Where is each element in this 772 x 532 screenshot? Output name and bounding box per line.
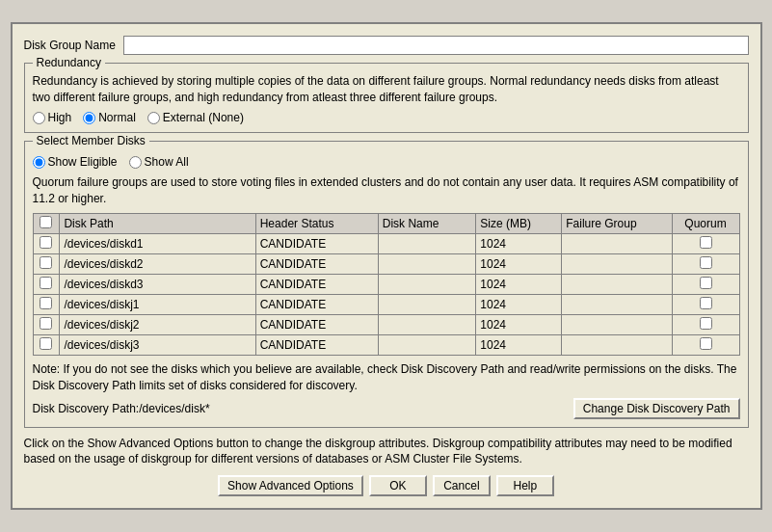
row-checkbox-1[interactable]: [40, 256, 52, 269]
row-path-1: /devices/diskd2: [60, 254, 255, 275]
row-name-5: [378, 335, 476, 356]
show-all-radio[interactable]: [129, 156, 142, 169]
col-header-name: Disk Name: [378, 214, 476, 234]
row-size-2: 1024: [476, 275, 562, 295]
col-header-failure: Failure Group: [562, 214, 672, 234]
show-eligible-radio[interactable]: [33, 156, 45, 169]
show-eligible-label: Show Eligible: [48, 155, 118, 169]
discovery-path-row: Disk Discovery Path:/devices/disk* Chang…: [33, 398, 740, 419]
row-path-2: /devices/diskd3: [60, 275, 255, 295]
row-quorum-2: [672, 275, 739, 295]
dialog-create-disk-group: Disk Group Name Redundancy Redundancy is…: [11, 22, 762, 510]
ok-button[interactable]: OK: [369, 475, 427, 496]
member-disks-section: Select Member Disks Show Eligible Show A…: [24, 141, 749, 427]
row-size-3: 1024: [476, 295, 562, 315]
table-row: /devices/diskj3 CANDIDATE 1024: [33, 335, 739, 356]
row-failure-1: [562, 254, 672, 275]
cancel-button[interactable]: Cancel: [433, 475, 491, 496]
disk-group-name-row: Disk Group Name: [24, 36, 749, 55]
redundancy-section: Redundancy Redundancy is achieved by sto…: [24, 63, 749, 134]
redundancy-external-option[interactable]: External (None): [147, 111, 244, 124]
row-quorum-4: [672, 315, 739, 335]
row-check-cell: [33, 295, 60, 315]
disk-table-body: /devices/diskd1 CANDIDATE 1024 /devices/…: [33, 234, 739, 356]
row-failure-3: [562, 295, 672, 315]
show-all-option[interactable]: Show All: [129, 155, 189, 169]
select-all-checkbox[interactable]: [40, 216, 52, 228]
quorum-description: Quorum failure groups are used to store …: [33, 174, 740, 207]
row-status-3: CANDIDATE: [255, 295, 378, 315]
show-options-group: Show Eligible Show All: [33, 155, 740, 169]
row-quorum-0: [672, 234, 739, 254]
row-check-cell: [33, 254, 60, 275]
row-check-cell: [33, 234, 60, 254]
bottom-note: Click on the Show Advanced Options butto…: [24, 436, 749, 468]
table-row: /devices/diskd1 CANDIDATE 1024: [33, 234, 739, 254]
row-path-3: /devices/diskj1: [60, 295, 255, 315]
row-name-2: [378, 275, 476, 295]
row-size-1: 1024: [476, 254, 562, 275]
col-header-path: Disk Path: [60, 214, 255, 234]
redundancy-high-label: High: [48, 111, 72, 124]
row-quorum-checkbox-4[interactable]: [700, 317, 712, 330]
row-name-3: [378, 295, 476, 315]
redundancy-content: Redundancy is achieved by storing multip…: [33, 73, 740, 125]
row-checkbox-2[interactable]: [40, 277, 52, 289]
redundancy-high-option[interactable]: High: [33, 111, 72, 124]
row-check-cell: [33, 315, 60, 335]
row-quorum-checkbox-1[interactable]: [700, 256, 712, 269]
table-row: /devices/diskd3 CANDIDATE 1024: [33, 275, 739, 295]
dialog-buttons: Show Advanced Options OK Cancel Help: [24, 475, 749, 496]
row-check-cell: [33, 335, 60, 356]
redundancy-high-radio[interactable]: [33, 112, 45, 124]
row-check-cell: [33, 275, 60, 295]
row-status-0: CANDIDATE: [255, 234, 378, 254]
disk-table: Disk Path Header Status Disk Name Size (…: [33, 213, 740, 356]
row-failure-4: [562, 315, 672, 335]
row-quorum-checkbox-5[interactable]: [700, 337, 712, 350]
table-row: /devices/diskd2 CANDIDATE 1024: [33, 254, 739, 275]
redundancy-external-radio[interactable]: [147, 112, 160, 124]
table-row: /devices/diskj2 CANDIDATE 1024: [33, 315, 739, 335]
row-checkbox-3[interactable]: [40, 297, 52, 309]
show-advanced-button[interactable]: Show Advanced Options: [218, 475, 363, 496]
row-name-0: [378, 234, 476, 254]
row-quorum-checkbox-3[interactable]: [700, 297, 712, 309]
col-header-quorum: Quorum: [672, 214, 739, 234]
col-header-size: Size (MB): [476, 214, 562, 234]
row-name-4: [378, 315, 476, 335]
row-quorum-1: [672, 254, 739, 275]
row-path-5: /devices/diskj3: [60, 335, 255, 356]
show-eligible-option[interactable]: Show Eligible: [33, 155, 118, 169]
change-discovery-button[interactable]: Change Disk Discovery Path: [573, 398, 740, 419]
row-checkbox-5[interactable]: [40, 337, 52, 350]
redundancy-radio-group: High Normal External (None): [33, 111, 740, 124]
row-checkbox-4[interactable]: [40, 317, 52, 330]
row-size-5: 1024: [476, 335, 562, 356]
redundancy-description: Redundancy is achieved by storing multip…: [33, 73, 740, 106]
row-checkbox-0[interactable]: [40, 236, 52, 249]
disk-group-name-input[interactable]: [123, 36, 749, 55]
discovery-path-label: Disk Discovery Path:/devices/disk*: [33, 402, 210, 415]
row-status-2: CANDIDATE: [255, 275, 378, 295]
row-quorum-5: [672, 335, 739, 356]
row-quorum-checkbox-0[interactable]: [700, 236, 712, 249]
col-header-check: [33, 214, 60, 234]
col-header-status: Header Status: [255, 214, 378, 234]
row-path-0: /devices/diskd1: [60, 234, 255, 254]
redundancy-normal-label: Normal: [98, 111, 136, 124]
help-button[interactable]: Help: [496, 475, 554, 496]
member-disks-title: Select Member Disks: [33, 134, 149, 147]
row-size-4: 1024: [476, 315, 562, 335]
disk-note: Note: If you do not see the disks which …: [33, 361, 740, 394]
redundancy-normal-option[interactable]: Normal: [83, 111, 136, 124]
redundancy-title: Redundancy: [33, 56, 105, 69]
row-failure-0: [562, 234, 672, 254]
row-status-4: CANDIDATE: [255, 315, 378, 335]
table-row: /devices/diskj1 CANDIDATE 1024: [33, 295, 739, 315]
redundancy-normal-radio[interactable]: [83, 112, 95, 124]
row-path-4: /devices/diskj2: [60, 315, 255, 335]
disk-group-name-label: Disk Group Name: [24, 39, 116, 52]
row-quorum-checkbox-2[interactable]: [700, 277, 712, 289]
row-status-5: CANDIDATE: [255, 335, 378, 356]
